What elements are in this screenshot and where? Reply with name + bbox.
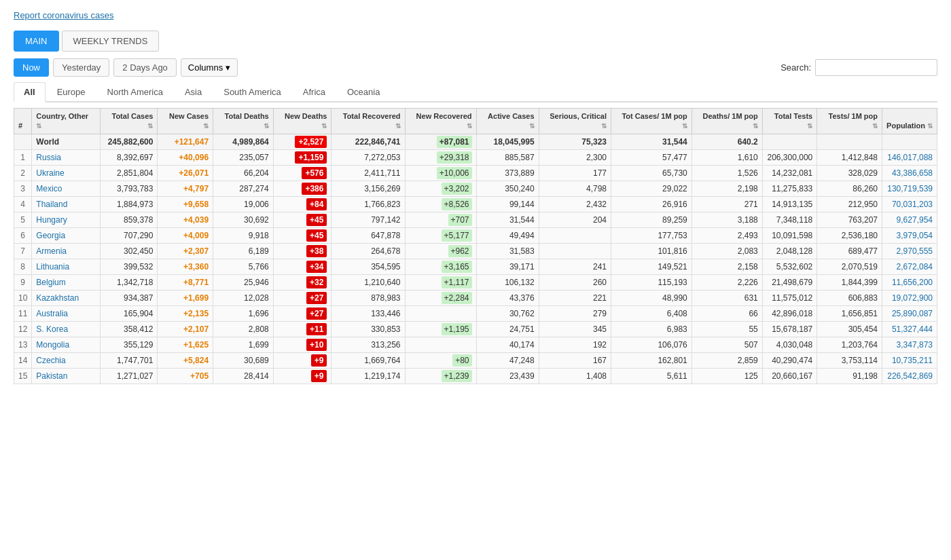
row-total-cases: 302,450: [100, 243, 158, 259]
row-country[interactable]: Kazakhstan: [32, 290, 100, 305]
row-country[interactable]: Armenia: [32, 243, 100, 259]
row-new-recovered: +1,195: [405, 321, 476, 337]
world-deaths-1m: 640.2: [692, 134, 762, 149]
col-header-serious[interactable]: Serious, Critical ⇅: [539, 109, 611, 134]
row-country[interactable]: Ukraine: [32, 165, 100, 181]
tab-main[interactable]: MAIN: [14, 31, 59, 52]
row-active-cases: 49,494: [476, 227, 539, 243]
country-link[interactable]: Russia: [36, 153, 61, 162]
region-tab-africa[interactable]: Africa: [293, 82, 336, 101]
col-header-new-cases[interactable]: New Cases ⇅: [158, 109, 213, 134]
col-header-num[interactable]: #: [14, 109, 32, 134]
region-tab-north-america[interactable]: North America: [97, 82, 173, 101]
tab-weekly-trends[interactable]: WEEKLY TRENDS: [62, 31, 160, 52]
row-country[interactable]: Mexico: [32, 181, 100, 196]
row-country[interactable]: Hungary: [32, 212, 100, 227]
region-tab-all[interactable]: All: [14, 82, 46, 102]
row-country[interactable]: Australia: [32, 305, 100, 321]
region-tab-south-america[interactable]: South America: [213, 82, 291, 101]
world-tests-1m: [817, 134, 882, 149]
row-tot-cases-1m: 89,259: [611, 212, 692, 227]
country-link[interactable]: Pakistan: [36, 371, 67, 381]
row-serious: 4,798: [539, 181, 611, 196]
country-link[interactable]: Thailand: [36, 200, 67, 209]
row-total-recovered: 3,156,269: [331, 181, 405, 196]
row-tests-1m: 2,536,180: [817, 227, 882, 243]
row-active-cases: 885,587: [476, 149, 539, 165]
table-row: 12 S. Korea 358,412 +2,107 2,808 +11 330…: [14, 321, 937, 337]
table-row: 13 Mongolia 355,129 +1,625 1,699 +10 313…: [14, 337, 937, 352]
row-population: 9,627,954: [882, 212, 937, 227]
row-country[interactable]: Georgia: [32, 227, 100, 243]
row-new-cases: +4,797: [158, 181, 213, 196]
country-link[interactable]: Belgium: [36, 278, 65, 287]
row-total-cases: 165,904: [100, 305, 158, 321]
row-new-recovered: +1,117: [405, 274, 476, 290]
col-header-population[interactable]: Population ⇅: [882, 109, 937, 134]
search-input[interactable]: [815, 59, 937, 76]
row-total-tests: 40,290,474: [762, 352, 817, 368]
country-link[interactable]: S. Korea: [36, 324, 68, 334]
country-link[interactable]: Kazakhstan: [36, 293, 79, 303]
country-link[interactable]: Australia: [36, 309, 68, 318]
row-serious: 345: [539, 321, 611, 337]
col-header-country[interactable]: Country, Other ⇅: [32, 109, 100, 134]
world-total-recovered: 222,846,741: [331, 134, 405, 149]
row-total-tests: 206,300,000: [762, 149, 817, 165]
col-header-tot-cases-1m[interactable]: Tot Cases/ 1M pop ⇅: [611, 109, 692, 134]
col-header-active-cases[interactable]: Active Cases ⇅: [476, 109, 539, 134]
region-tab-oceania[interactable]: Oceania: [337, 82, 390, 101]
country-link[interactable]: Mongolia: [36, 340, 69, 350]
country-link[interactable]: Mexico: [36, 184, 62, 193]
row-country[interactable]: Pakistan: [32, 368, 100, 384]
col-header-total-recovered[interactable]: Total Recovered ⇅: [331, 109, 405, 134]
main-tabs-bar: MAIN WEEKLY TRENDS: [14, 31, 937, 52]
col-header-total-deaths[interactable]: Total Deaths ⇅: [213, 109, 274, 134]
row-country[interactable]: Thailand: [32, 196, 100, 212]
report-link[interactable]: Report coronavirus cases: [14, 10, 937, 20]
row-country[interactable]: Lithuania: [32, 259, 100, 274]
row-tot-cases-1m: 48,990: [611, 290, 692, 305]
filter-yesterday[interactable]: Yesterday: [53, 58, 109, 77]
row-country[interactable]: Czechia: [32, 352, 100, 368]
row-country[interactable]: Mongolia: [32, 337, 100, 352]
country-link[interactable]: Ukraine: [36, 168, 64, 178]
row-tests-1m: 212,950: [817, 196, 882, 212]
col-header-new-recovered[interactable]: New Recovered ⇅: [405, 109, 476, 134]
row-num: 2: [14, 165, 32, 181]
row-country[interactable]: Belgium: [32, 274, 100, 290]
row-active-cases: 23,439: [476, 368, 539, 384]
col-header-new-deaths[interactable]: New Deaths ⇅: [273, 109, 331, 134]
filter-now[interactable]: Now: [14, 58, 49, 77]
filter-2days[interactable]: 2 Days Ago: [113, 58, 177, 77]
country-link[interactable]: Lithuania: [36, 262, 69, 272]
row-total-deaths: 66,204: [213, 165, 274, 181]
row-total-cases: 358,412: [100, 321, 158, 337]
country-link[interactable]: Czechia: [36, 356, 65, 365]
col-header-total-tests[interactable]: Total Tests ⇅: [762, 109, 817, 134]
region-tab-asia[interactable]: Asia: [175, 82, 212, 101]
row-deaths-1m: 1,526: [692, 165, 762, 181]
row-tot-cases-1m: 101,816: [611, 243, 692, 259]
table-row: 6 Georgia 707,290 +4,009 9,918 +45 647,8…: [14, 227, 937, 243]
country-link[interactable]: Georgia: [36, 231, 65, 240]
row-serious: 1,408: [539, 368, 611, 384]
col-header-tests-1m[interactable]: Tests/ 1M pop ⇅: [817, 109, 882, 134]
row-total-tests: 10,091,598: [762, 227, 817, 243]
region-tab-europe[interactable]: Europe: [47, 82, 96, 101]
col-header-total-cases[interactable]: Total Cases ⇅: [100, 109, 158, 134]
row-serious: 260: [539, 274, 611, 290]
columns-button[interactable]: Columns ▾: [181, 58, 238, 77]
row-total-recovered: 878,983: [331, 290, 405, 305]
country-link[interactable]: Armenia: [36, 246, 67, 256]
row-country[interactable]: Russia: [32, 149, 100, 165]
col-header-deaths-1m[interactable]: Deaths/ 1M pop ⇅: [692, 109, 762, 134]
country-link[interactable]: Hungary: [36, 215, 67, 225]
row-total-cases: 934,387: [100, 290, 158, 305]
row-tot-cases-1m: 29,022: [611, 181, 692, 196]
row-tests-1m: 689,477: [817, 243, 882, 259]
row-serious: 177: [539, 165, 611, 181]
row-total-tests: 4,030,048: [762, 337, 817, 352]
row-tests-1m: 763,207: [817, 212, 882, 227]
row-country[interactable]: S. Korea: [32, 321, 100, 337]
